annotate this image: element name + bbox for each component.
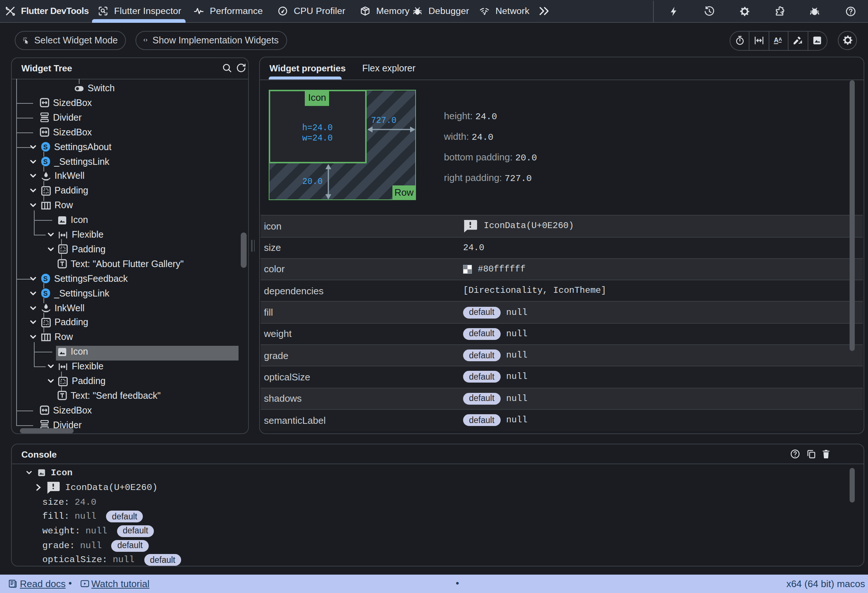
- svg-text:A: A: [779, 37, 782, 42]
- svg-text:A: A: [774, 37, 779, 44]
